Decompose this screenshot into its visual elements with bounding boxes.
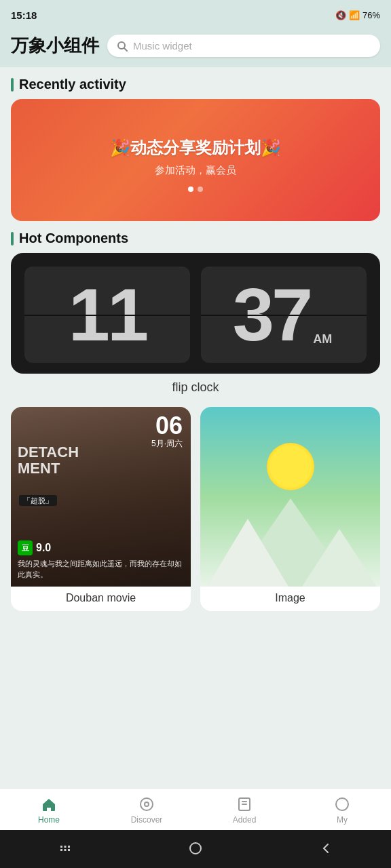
douban-cn-title: 「超脱」 [19, 495, 57, 506]
nav-discover[interactable]: Discover [98, 789, 196, 830]
nav-discover-label: Discover [131, 815, 163, 825]
home-icon [40, 795, 58, 813]
douban-card[interactable]: 06 5月·周六 DETACHMENT 「超脱」 豆 9.0 我的灵魂与我之间距… [11, 407, 191, 611]
system-nav-bar [0, 830, 391, 868]
flip-hours: 11 [24, 267, 190, 363]
nav-added[interactable]: Added [196, 789, 293, 830]
banner-dot-1 [188, 186, 193, 192]
components-grid: 06 5月·周六 DETACHMENT 「超脱」 豆 9.0 我的灵魂与我之间距… [11, 407, 380, 611]
douban-logo: 豆 [18, 540, 33, 555]
nav-my-label: My [337, 815, 348, 825]
image-card[interactable]: Image [200, 407, 380, 611]
flip-ampm: AM [310, 332, 335, 352]
banner-title: 🎉动态分享奖励计划🎉 [110, 137, 281, 159]
svg-rect-7 [336, 798, 348, 810]
search-placeholder: Music widget [133, 40, 192, 52]
image-card-image [200, 407, 380, 587]
douban-date: 06 5月·周六 [151, 414, 183, 450]
flip-clock-label: flip clock [0, 374, 391, 397]
banner-dots [188, 186, 203, 192]
svg-point-2 [141, 798, 153, 810]
sys-nav-menu[interactable] [52, 835, 79, 862]
app-header: 万象小组件 Music widget [0, 27, 391, 67]
status-time: 15:18 [11, 9, 37, 21]
mountain-right [302, 529, 377, 587]
sys-nav-back[interactable] [312, 835, 339, 862]
douban-date-num: 06 [151, 414, 183, 438]
hot-section-accent [11, 232, 14, 245]
douban-background: 06 5月·周六 DETACHMENT 「超脱」 豆 9.0 我的灵魂与我之间距… [11, 407, 191, 587]
douban-rating-row: 豆 9.0 [18, 540, 184, 555]
svg-rect-12 [64, 849, 67, 851]
recently-section-title: Recently activity [19, 77, 126, 92]
promo-banner[interactable]: 🎉动态分享奖励计划🎉 参加活动，赢会员 [11, 99, 380, 221]
nav-home-label: Home [38, 815, 60, 825]
douban-date-sub: 5月·周六 [151, 438, 183, 450]
svg-rect-13 [68, 849, 70, 851]
hot-section-header: Hot Components [0, 221, 391, 253]
nav-added-label: Added [233, 815, 257, 825]
app-title: 万象小组件 [11, 34, 99, 58]
douban-card-label: Douban movie [11, 587, 191, 611]
svg-rect-10 [68, 846, 70, 848]
douban-image: 06 5月·周六 DETACHMENT 「超脱」 豆 9.0 我的灵魂与我之间距… [11, 407, 191, 587]
douban-score: 9.0 [36, 542, 51, 554]
svg-rect-8 [60, 846, 62, 848]
image-card-background [200, 407, 380, 587]
flip-minutes: 37 AM [201, 267, 367, 363]
nav-home[interactable]: Home [0, 789, 98, 830]
douban-cn-title-wrapper: 「超脱」 [19, 494, 57, 506]
sun-icon [267, 443, 314, 490]
flip-clock-display: 11 37 AM [11, 253, 380, 374]
banner-container[interactable]: 🎉动态分享奖励计划🎉 参加活动，赢会员 [11, 99, 380, 221]
discover-icon [138, 795, 155, 813]
section-accent-bar [11, 78, 14, 92]
status-icons: 🔇 📶 76% [335, 10, 380, 20]
battery-text: 76% [362, 10, 380, 20]
flip-minutes-digits: 37 [233, 277, 310, 352]
svg-point-14 [190, 843, 201, 854]
flip-clock-card[interactable]: 11 37 AM [11, 253, 380, 374]
banner-subtitle: 参加活动，赢会员 [155, 164, 236, 177]
search-icon [117, 41, 128, 52]
svg-rect-9 [64, 846, 67, 848]
wifi-icon: 📶 [349, 10, 360, 20]
svg-rect-11 [60, 849, 62, 851]
douban-bottom-info: 豆 9.0 我的灵魂与我之间距离如此遥远，而我的存在却如此真实。 [18, 540, 184, 580]
bottom-nav: Home Discover Added My [0, 788, 391, 830]
image-card-label: Image [200, 587, 380, 611]
my-icon [333, 795, 351, 813]
nav-my[interactable]: My [293, 789, 391, 830]
sys-nav-home[interactable] [182, 835, 209, 862]
mute-icon: 🔇 [335, 10, 346, 20]
douban-movie-title-en: DETACHMENT [18, 444, 79, 477]
flip-hours-digits: 11 [69, 277, 146, 352]
svg-point-3 [145, 802, 149, 806]
status-bar: 15:18 🔇 📶 76% [0, 0, 391, 27]
recently-section-header: Recently activity [0, 67, 391, 99]
hot-section-title: Hot Components [19, 231, 128, 246]
svg-line-1 [124, 48, 127, 51]
banner-dot-2 [198, 186, 203, 192]
added-icon [236, 795, 253, 813]
search-bar[interactable]: Music widget [107, 35, 380, 57]
douban-desc: 我的灵魂与我之间距离如此遥远，而我的存在却如此真实。 [18, 559, 184, 580]
main-content: Recently activity 🎉动态分享奖励计划🎉 参加活动，赢会员 Ho… [0, 67, 391, 788]
mountain-left [207, 519, 288, 587]
